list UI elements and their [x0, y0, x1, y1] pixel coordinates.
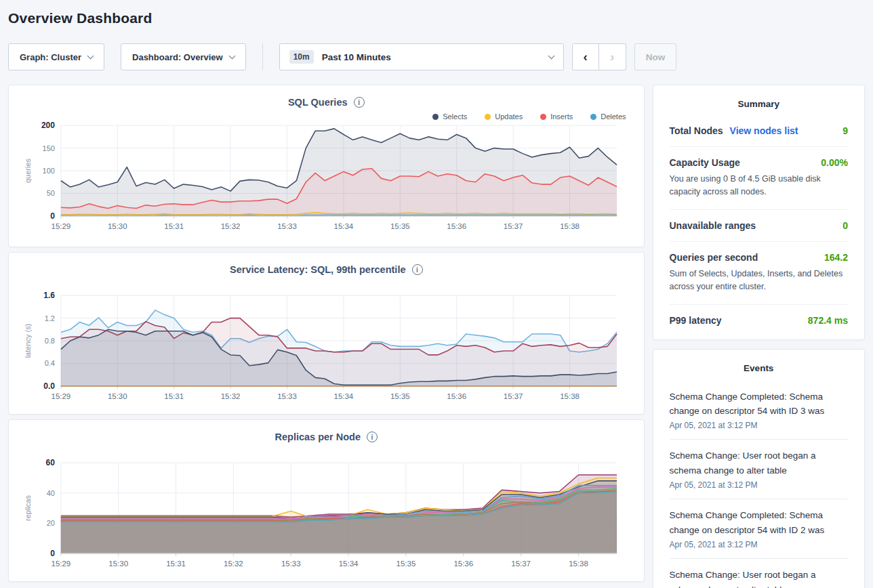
event-item[interactable]: Schema Change: User root began a schema …	[670, 568, 849, 588]
svg-text:15:36: 15:36	[447, 222, 467, 230]
summary-stat-description: You are using 0 B of 4.5 GiB usable disk…	[670, 173, 849, 199]
svg-text:15:34: 15:34	[339, 560, 359, 568]
chevron-down-icon	[87, 53, 94, 60]
chart-legend: SelectsUpdatesInsertsDeletes	[9, 108, 644, 121]
event-message: Schema Change: User root began a schema …	[670, 448, 849, 478]
legend-label: Selects	[443, 112, 467, 121]
time-forward-button[interactable]: ›	[599, 43, 626, 70]
now-button[interactable]: Now	[634, 43, 677, 70]
svg-text:15:35: 15:35	[390, 392, 410, 400]
event-divider	[670, 439, 849, 440]
svg-text:0: 0	[50, 211, 55, 221]
replicas-per-node-chart: 15:2915:3015:3115:3215:3315:3415:3515:36…	[22, 459, 630, 575]
time-range-selector[interactable]: 10m Past 10 Minutes	[279, 43, 564, 70]
svg-text:50: 50	[47, 189, 55, 197]
events-panel: Events Schema Change Completed: Schema c…	[653, 349, 866, 588]
svg-text:15:36: 15:36	[454, 560, 474, 568]
summary-divider	[670, 146, 849, 147]
event-item[interactable]: Schema Change: User root began a schema …	[670, 448, 849, 490]
replicas-per-node-chart-panel: Replicas per Node i 15:2915:3015:3115:32…	[8, 419, 645, 582]
time-back-button[interactable]: ‹	[572, 43, 599, 70]
svg-text:15:36: 15:36	[447, 392, 467, 400]
event-timestamp: Apr 05, 2021 at 3:12 PM	[670, 480, 849, 490]
svg-text:15:29: 15:29	[52, 222, 71, 230]
svg-text:0.0: 0.0	[44, 381, 56, 391]
info-icon[interactable]: i	[367, 432, 378, 442]
legend-label: Updates	[495, 112, 523, 121]
sql-queries-chart-panel: SQL Queries i SelectsUpdatesInsertsDelet…	[8, 85, 645, 247]
summary-stat-label: Unavailable ranges	[670, 220, 756, 231]
event-timestamp: Apr 05, 2021 at 3:12 PM	[670, 421, 849, 430]
svg-text:15:37: 15:37	[504, 222, 523, 230]
event-item[interactable]: Schema Change Completed: Schema change o…	[670, 508, 849, 549]
time-range-badge: 10m	[289, 50, 314, 64]
service-latency-chart: 15:2915:3015:3115:3215:3315:3415:3515:36…	[22, 291, 630, 408]
svg-text:15:30: 15:30	[108, 392, 127, 400]
svg-text:150: 150	[43, 144, 55, 152]
event-message: Schema Change: User root began a schema …	[670, 568, 849, 588]
legend-item-deletes: Deletes	[590, 112, 626, 121]
sidebar: Summary Total NodesView nodes list9Capac…	[653, 85, 866, 588]
svg-text:15:30: 15:30	[108, 222, 127, 230]
view-nodes-list-link[interactable]: View nodes list	[730, 125, 798, 136]
legend-item-updates: Updates	[485, 112, 523, 121]
svg-text:200: 200	[41, 121, 55, 130]
svg-text:15:33: 15:33	[277, 222, 297, 230]
svg-text:queries: queries	[24, 159, 32, 183]
svg-text:15:37: 15:37	[504, 392, 523, 400]
svg-text:15:32: 15:32	[221, 392, 241, 400]
svg-text:15:34: 15:34	[334, 392, 354, 400]
svg-text:15:38: 15:38	[560, 392, 580, 400]
chevron-down-icon	[548, 53, 554, 60]
info-icon[interactable]: i	[354, 97, 365, 108]
charts-column: SQL Queries i SelectsUpdatesInsertsDelet…	[8, 85, 645, 588]
summary-stat: Unavailable ranges0	[670, 220, 849, 231]
svg-text:0.8: 0.8	[45, 337, 55, 345]
event-item[interactable]: Schema Change Completed: Schema change o…	[670, 390, 849, 431]
summary-stat-description: Sum of Selects, Updates, Inserts, and De…	[670, 268, 849, 294]
dashboard-dropdown[interactable]: Dashboard: Overview	[121, 43, 246, 70]
svg-text:15:33: 15:33	[277, 392, 297, 400]
svg-text:15:30: 15:30	[109, 560, 129, 568]
svg-text:0: 0	[50, 549, 55, 558]
summary-panel: Summary Total NodesView nodes list9Capac…	[653, 85, 866, 340]
svg-text:1.2: 1.2	[45, 314, 55, 322]
summary-stat-label: Queries per second	[670, 252, 758, 263]
graph-scope-dropdown[interactable]: Graph: Cluster	[8, 43, 104, 70]
summary-stat: P99 latency872.4 ms	[670, 315, 849, 326]
svg-text:1.6: 1.6	[44, 291, 56, 300]
legend-dot-icon	[540, 114, 546, 120]
svg-text:100: 100	[43, 167, 55, 175]
svg-text:15:31: 15:31	[165, 222, 184, 230]
controls-toolbar: Graph: Cluster Dashboard: Overview 10m P…	[8, 43, 865, 71]
svg-text:15:33: 15:33	[281, 560, 301, 568]
summary-stat-value: 9	[842, 125, 848, 136]
event-divider	[670, 499, 849, 499]
legend-label: Inserts	[550, 112, 573, 121]
chart-title: Replicas per Node	[275, 432, 361, 442]
svg-text:15:32: 15:32	[224, 560, 243, 568]
summary-stat-value: 872.4 ms	[808, 315, 848, 326]
summary-stat-value: 164.2	[824, 252, 848, 263]
summary-title: Summary	[670, 99, 849, 109]
page-title: Overview Dashboard	[8, 10, 865, 26]
service-latency-chart-panel: Service Latency: SQL, 99th percentile i …	[8, 252, 645, 415]
sql-queries-chart: 15:2915:3015:3115:3215:3315:3415:3515:36…	[22, 121, 630, 238]
svg-text:15:31: 15:31	[166, 560, 186, 568]
legend-item-inserts: Inserts	[540, 112, 573, 121]
svg-text:15:31: 15:31	[165, 392, 184, 400]
time-range-label: Past 10 Minutes	[322, 52, 391, 62]
time-step-buttons: ‹ ›	[572, 43, 626, 70]
graph-scope-label: Graph: Cluster	[20, 52, 81, 62]
svg-text:15:35: 15:35	[390, 222, 410, 230]
chevron-down-icon	[228, 53, 235, 60]
summary-stat-label: Total Nodes	[670, 125, 723, 136]
svg-text:15:38: 15:38	[560, 222, 580, 230]
chart-title: Service Latency: SQL, 99th percentile	[230, 264, 406, 275]
info-icon[interactable]: i	[412, 264, 423, 275]
svg-text:0.4: 0.4	[45, 359, 55, 367]
svg-text:15:37: 15:37	[512, 560, 531, 568]
svg-text:15:34: 15:34	[334, 222, 354, 230]
events-title: Events	[670, 363, 849, 373]
summary-divider	[670, 241, 849, 242]
